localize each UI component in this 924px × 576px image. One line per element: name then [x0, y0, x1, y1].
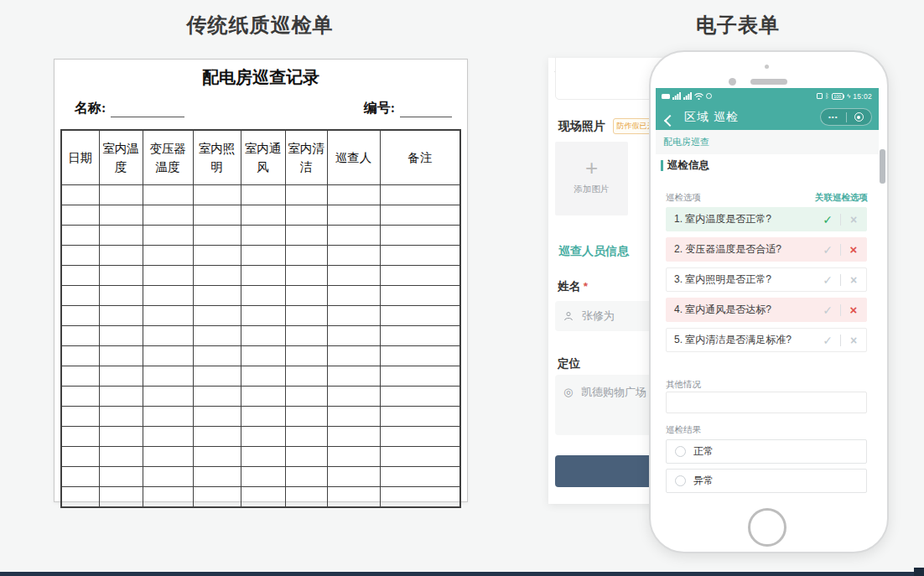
- table-cell: [143, 185, 193, 205]
- speaker-slot: [750, 79, 787, 85]
- table-cell: [143, 286, 193, 306]
- paper-inspection-table: 日期室内温度变压器温度室内照明室内通风室内清洁巡查人备注: [60, 129, 461, 508]
- result-option[interactable]: 正常: [666, 439, 867, 464]
- table-cell: [241, 226, 285, 246]
- breadcrumb-link[interactable]: 配电房巡查: [663, 136, 709, 148]
- link-related-options[interactable]: 关联巡检选项: [815, 192, 868, 204]
- table-cell: [285, 366, 327, 387]
- checklist-item[interactable]: 5. 室内清洁是否满足标准?✓×: [666, 328, 867, 352]
- check-button[interactable]: ✓: [815, 243, 840, 257]
- radio-icon[interactable]: [675, 446, 686, 457]
- table-cell: [99, 246, 143, 266]
- checklist-item[interactable]: 3. 室内照明是否正常?✓×: [666, 267, 867, 292]
- table-cell: [285, 407, 327, 427]
- nav-title: 区域 巡检: [684, 110, 739, 125]
- cross-button[interactable]: ×: [841, 242, 866, 257]
- table-cell: [143, 487, 193, 508]
- table-cell: [193, 185, 241, 205]
- table-cell: [285, 306, 327, 326]
- cross-button[interactable]: ×: [841, 213, 866, 226]
- battery-level: 100: [832, 93, 844, 100]
- table-cell: [327, 427, 380, 447]
- paper-form: 配电房巡查记录 名称: 编号: 日期室内温度变压器温度室内照明室内通风室内清洁巡…: [54, 59, 468, 502]
- site-photos-label: 现场照片: [558, 119, 605, 132]
- checklist-question: 3. 室内照明是否正常?: [667, 272, 815, 287]
- table-cell: [99, 427, 143, 447]
- table-cell: [193, 326, 241, 346]
- nav-back-button[interactable]: [666, 113, 674, 128]
- result-options: 正常异常: [666, 439, 867, 498]
- table-cell: [380, 246, 460, 266]
- table-cell: [241, 266, 285, 286]
- checklist-label: 巡检选项: [666, 192, 701, 204]
- table-cell: [241, 306, 285, 326]
- check-button[interactable]: ✓: [815, 213, 840, 226]
- table-header: 备注: [380, 130, 460, 185]
- add-photo-button[interactable]: + 添加图片: [555, 142, 628, 215]
- name-label: 姓名 *: [558, 279, 588, 294]
- paper-name-blank: [111, 105, 184, 117]
- back-chevron-icon: [664, 115, 676, 127]
- table-cell: [143, 306, 193, 326]
- table-cell: [327, 266, 380, 286]
- target-icon: [854, 112, 864, 122]
- table-cell: [327, 306, 380, 326]
- table-header: 室内温度: [99, 130, 143, 185]
- close-target-button[interactable]: [847, 112, 872, 122]
- table-cell: [241, 407, 285, 427]
- table-cell: [241, 427, 285, 447]
- table-cell: [285, 266, 327, 286]
- battery-icon: 100: [832, 93, 845, 100]
- table-cell: [143, 427, 193, 447]
- table-cell: [327, 366, 380, 387]
- check-button[interactable]: ✓: [815, 304, 840, 317]
- table-cell: [99, 387, 143, 407]
- table-cell: [99, 306, 143, 326]
- table-cell: [241, 467, 285, 487]
- person-icon: [563, 309, 574, 322]
- radio-icon[interactable]: [675, 475, 686, 486]
- table-cell: [380, 226, 460, 246]
- checklist-item[interactable]: 2. 变压器温度是否合适?✓×: [666, 237, 867, 262]
- table-cell: [380, 366, 460, 387]
- check-button[interactable]: ✓: [815, 273, 840, 287]
- table-cell: [143, 266, 193, 286]
- table-cell: [241, 205, 285, 226]
- table-cell: [241, 246, 285, 266]
- cross-button[interactable]: ×: [841, 303, 866, 317]
- check-button[interactable]: ✓: [815, 334, 840, 347]
- table-cell: [193, 487, 241, 508]
- right-section-title: 电子表单: [587, 12, 889, 39]
- checklist-item[interactable]: 1. 室内温度是否正常?✓×: [666, 207, 867, 231]
- required-asterisk: *: [584, 280, 588, 293]
- screenshot-canvas: 传统纸质巡检单 电子表单 配电房巡查记录 名称: 编号: 日期室内温度变压器温度…: [0, 0, 924, 576]
- table-cell: [99, 447, 143, 467]
- location-value: 凯德购物广场: [581, 386, 646, 398]
- result-option[interactable]: 异常: [666, 469, 867, 493]
- other-situation-input[interactable]: [666, 392, 867, 413]
- table-cell: [285, 185, 327, 205]
- table-cell: [327, 387, 380, 407]
- table-cell: [143, 366, 193, 387]
- table-cell: [61, 246, 99, 266]
- table-cell: [61, 346, 99, 366]
- bluetooth-icon: ᛒ: [825, 93, 829, 100]
- camera-dot-icon: [765, 65, 769, 69]
- cross-button[interactable]: ×: [841, 334, 866, 347]
- table-cell: [285, 487, 327, 508]
- table-cell: [99, 185, 143, 205]
- table-cell: [327, 467, 380, 487]
- checklist-item[interactable]: 4. 室内通风是否达标?✓×: [666, 298, 867, 322]
- cross-button[interactable]: ×: [841, 273, 866, 287]
- table-cell: [61, 387, 99, 407]
- table-cell: [143, 205, 193, 226]
- plus-icon: +: [555, 157, 628, 179]
- table-cell: [380, 286, 460, 306]
- menu-dots-button[interactable]: •••: [821, 113, 846, 122]
- table-row: [61, 407, 460, 427]
- table-cell: [99, 467, 143, 487]
- table-cell: [193, 447, 241, 467]
- paper-number-field: 编号:: [364, 100, 452, 117]
- table-cell: [143, 226, 193, 246]
- table-cell: [193, 387, 241, 407]
